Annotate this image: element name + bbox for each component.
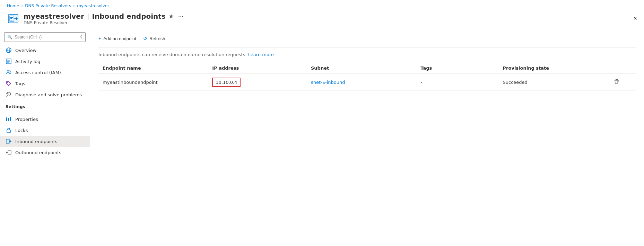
favorite-star[interactable]: ★ <box>168 12 174 20</box>
delete-endpoint-button[interactable] <box>612 77 621 87</box>
sidebar-label-tags: Tags <box>15 81 25 86</box>
col-header-subnet: Subnet <box>307 63 416 74</box>
breadcrumb-home[interactable]: Home <box>7 3 19 8</box>
page-heading: myeastresolver | Inbound endpoints ★ ··· <box>24 12 629 20</box>
provisioning-state-cell: Succeeded <box>499 74 608 91</box>
delete-icon <box>614 79 619 84</box>
inbound-icon <box>6 138 12 144</box>
provisioning-state-value: Succeeded <box>503 80 528 85</box>
properties-icon <box>6 116 12 122</box>
svg-rect-3 <box>10 18 12 19</box>
refresh-icon: ↺ <box>143 36 147 41</box>
sidebar-item-locks[interactable]: Locks <box>0 125 90 136</box>
activity-icon <box>6 58 12 64</box>
sidebar-label-access-control: Access control (IAM) <box>15 70 61 75</box>
lock-icon <box>6 127 12 133</box>
svg-line-15 <box>7 95 8 97</box>
actions-cell <box>608 74 636 91</box>
search-input[interactable] <box>15 35 74 39</box>
sidebar-label-outbound-endpoints: Outbound endpoints <box>15 150 61 155</box>
people-icon <box>6 69 12 76</box>
sidebar-label-activity-log: Activity log <box>15 59 41 64</box>
more-options-button[interactable]: ··· <box>177 12 185 20</box>
header-titles: myeastresolver | Inbound endpoints ★ ···… <box>24 12 629 25</box>
svg-rect-20 <box>6 139 9 143</box>
learn-more-link[interactable]: Learn more <box>248 52 274 57</box>
breadcrumb-resolver[interactable]: myeastresolver <box>77 3 109 8</box>
sidebar-label-locks: Locks <box>15 128 28 133</box>
ip-address-value: 10.10.0.4 <box>212 78 241 87</box>
sidebar-label-inbound-endpoints: Inbound endpoints <box>15 139 58 144</box>
sidebar-item-inbound-endpoints[interactable]: Inbound endpoints <box>0 136 90 147</box>
sidebar-item-outbound-endpoints[interactable]: Outbound endpoints <box>0 147 90 158</box>
svg-rect-2 <box>10 17 13 18</box>
endpoint-name-cell: myeastinboundendpoint <box>98 74 208 91</box>
tag-icon <box>6 80 12 87</box>
subnet-link[interactable]: snet-E-inbound <box>311 80 345 85</box>
sidebar-item-tags[interactable]: Tags <box>0 78 90 89</box>
wrench-icon <box>6 91 12 98</box>
sidebar: 🔍 《 Overview Activity log Access control… <box>0 28 90 245</box>
svg-rect-16 <box>6 117 7 121</box>
collapse-sidebar-button[interactable]: 《 <box>78 34 82 40</box>
search-box[interactable]: 🔍 《 <box>4 32 86 42</box>
sidebar-item-access-control[interactable]: Access control (IAM) <box>0 67 90 78</box>
endpoint-name-value: myeastinboundendpoint <box>103 80 158 85</box>
resource-icon <box>7 12 19 25</box>
settings-section-label: Settings <box>0 100 90 111</box>
table-row: myeastinboundendpoint 10.10.0.4 snet-E-i… <box>98 74 636 91</box>
sidebar-label-properties: Properties <box>15 117 38 122</box>
page-title: Inbound endpoints <box>92 12 166 20</box>
svg-point-14 <box>7 82 8 83</box>
toolbar: + Add an endpoint ↺ Refresh <box>98 34 636 48</box>
main-layout: 🔍 《 Overview Activity log Access control… <box>0 28 644 245</box>
add-endpoint-label: Add an endpoint <box>103 36 136 41</box>
settings-divider <box>6 112 84 112</box>
svg-rect-21 <box>8 150 11 155</box>
col-header-actions <box>608 63 636 74</box>
svg-point-13 <box>9 71 10 72</box>
sidebar-label-diagnose: Diagnose and solve problems <box>15 92 82 97</box>
svg-rect-17 <box>8 118 9 121</box>
info-text: Inbound endpoints can receive domain nam… <box>98 52 247 57</box>
refresh-button[interactable]: ↺ Refresh <box>143 34 169 43</box>
search-icon: 🔍 <box>7 35 12 39</box>
info-bar: Inbound endpoints can receive domain nam… <box>98 52 636 57</box>
breadcrumb-dns-private-resolvers[interactable]: DNS Private Resolvers <box>25 3 71 8</box>
col-header-tags: Tags <box>416 63 498 74</box>
col-header-ip-address: IP address <box>208 63 307 74</box>
col-header-endpoint-name: Endpoint name <box>98 63 208 74</box>
tags-cell: - <box>416 74 498 91</box>
sidebar-item-activity-log[interactable]: Activity log <box>0 56 90 67</box>
add-endpoint-button[interactable]: + Add an endpoint <box>98 34 140 43</box>
col-header-provisioning-state: Provisioning state <box>499 63 608 74</box>
sidebar-label-overview: Overview <box>15 48 36 53</box>
svg-rect-19 <box>7 130 10 133</box>
main-content: + Add an endpoint ↺ Refresh Inbound endp… <box>90 28 644 245</box>
breadcrumb: Home › DNS Private Resolvers › myeastres… <box>0 0 644 10</box>
refresh-label: Refresh <box>149 36 165 41</box>
resource-subtitle: DNS Private Resolver <box>24 20 629 25</box>
page-header: myeastresolver | Inbound endpoints ★ ···… <box>0 10 644 28</box>
table-header: Endpoint name IP address Subnet Tags Pro… <box>98 63 636 74</box>
table-body: myeastinboundendpoint 10.10.0.4 snet-E-i… <box>98 74 636 91</box>
add-icon: + <box>98 36 101 41</box>
sidebar-item-diagnose[interactable]: Diagnose and solve problems <box>0 89 90 100</box>
svg-rect-4 <box>10 20 12 20</box>
svg-point-12 <box>7 71 9 72</box>
ip-address-cell: 10.10.0.4 <box>208 74 307 91</box>
svg-rect-23 <box>616 79 618 80</box>
outbound-icon <box>6 149 12 156</box>
sidebar-item-overview[interactable]: Overview <box>0 45 90 56</box>
svg-rect-18 <box>10 117 11 121</box>
tags-value: - <box>420 80 422 85</box>
endpoints-table: Endpoint name IP address Subnet Tags Pro… <box>98 63 636 91</box>
resource-name: myeastresolver <box>24 12 84 20</box>
subnet-cell: snet-E-inbound <box>307 74 416 91</box>
close-button[interactable]: × <box>633 15 637 22</box>
sidebar-item-properties[interactable]: Properties <box>0 114 90 125</box>
globe-icon <box>6 47 12 53</box>
